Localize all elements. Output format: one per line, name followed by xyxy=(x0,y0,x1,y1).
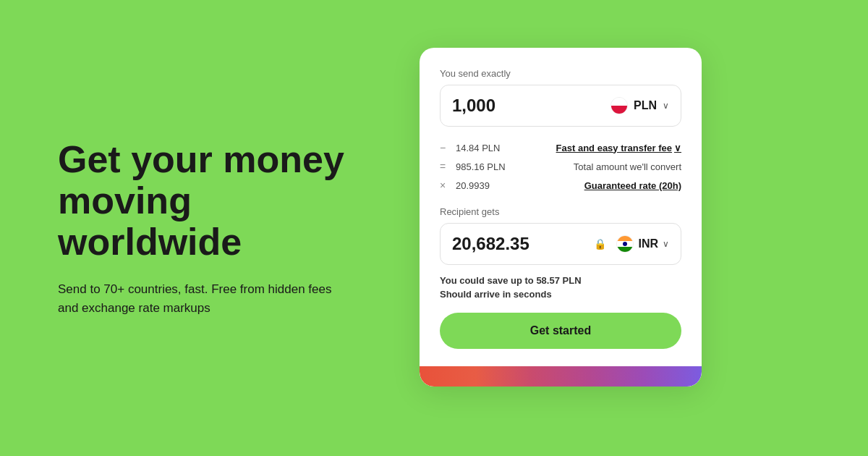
fee-label: Fast and easy transfer fee xyxy=(556,143,672,153)
arrive-text: Should arrive in seconds xyxy=(440,289,681,300)
heading-line1: Get your money moving xyxy=(58,138,344,221)
rate-row-right[interactable]: Guaranteed rate (20h) xyxy=(584,180,681,191)
rate-value: 20.9939 xyxy=(456,180,490,191)
save-amount: 58.57 PLN xyxy=(536,275,581,286)
send-amount-box[interactable]: 1,000 PLN ∨ xyxy=(440,85,681,127)
subtext: Send to 70+ countries, fast. Free from h… xyxy=(58,280,333,317)
recipient-currency-code: INR xyxy=(638,237,658,250)
recipient-label: Recipient gets xyxy=(440,206,681,217)
rate-label[interactable]: Guaranteed rate (20h) xyxy=(584,180,681,191)
convert-label: Total amount we'll convert xyxy=(574,161,681,172)
arrive-prefix: Should arrive xyxy=(440,289,503,300)
pln-flag-bottom xyxy=(611,106,627,114)
send-amount: 1,000 xyxy=(452,96,495,116)
send-currency-code: PLN xyxy=(634,99,657,112)
recipient-amount-box[interactable]: 20,682.35 🔒 INR ∨ xyxy=(440,223,681,265)
main-heading: Get your money moving worldwide xyxy=(58,139,362,263)
inr-flag-top xyxy=(617,236,633,241)
conversion-rows: − 14.84 PLN Fast and easy transfer fee ∨… xyxy=(440,138,681,195)
lock-icon: 🔒 xyxy=(594,238,606,250)
inr-flag xyxy=(616,235,634,253)
send-currency-chevron: ∨ xyxy=(663,101,669,111)
pln-flag xyxy=(610,97,628,114)
send-label: You send exactly xyxy=(440,68,681,79)
convert-amount: 985.16 PLN xyxy=(456,161,506,172)
transfer-card: You send exactly 1,000 PLN ∨ − 14.84 PLN xyxy=(420,48,702,387)
inr-flag-mid xyxy=(617,241,633,246)
arrive-time: in seconds xyxy=(503,289,552,300)
recipient-currency-area[interactable]: 🔒 INR ∨ xyxy=(594,235,669,253)
inr-flag-dot xyxy=(623,242,627,246)
send-currency-selector[interactable]: PLN ∨ xyxy=(610,97,669,114)
inr-flag-bottom xyxy=(617,247,633,252)
equals-symbol: = xyxy=(440,161,450,172)
left-section: Get your money moving worldwide Send to … xyxy=(0,139,420,318)
save-prefix: You could save up to xyxy=(440,275,536,286)
fee-symbol: − xyxy=(440,142,450,153)
right-section: You send exactly 1,000 PLN ∨ − 14.84 PLN xyxy=(420,48,745,408)
convert-row-right: Total amount we'll convert xyxy=(574,161,681,172)
rate-symbol: × xyxy=(440,180,450,191)
get-started-button[interactable]: Get started xyxy=(440,313,681,349)
fee-row: − 14.84 PLN Fast and easy transfer fee ∨ xyxy=(440,138,681,157)
fee-amount: 14.84 PLN xyxy=(456,143,500,153)
fee-chevron: ∨ xyxy=(674,143,681,153)
heading-line2: worldwide xyxy=(58,221,242,263)
convert-row-left: = 985.16 PLN xyxy=(440,161,506,172)
convert-row: = 985.16 PLN Total amount we'll convert xyxy=(440,157,681,176)
fee-row-right[interactable]: Fast and easy transfer fee ∨ xyxy=(556,143,681,153)
recipient-amount: 20,682.35 xyxy=(452,234,529,254)
save-text: You could save up to 58.57 PLN xyxy=(440,275,681,286)
fee-link[interactable]: Fast and easy transfer fee ∨ xyxy=(556,143,681,153)
pln-flag-top xyxy=(611,98,627,106)
rate-row-left: × 20.9939 xyxy=(440,180,490,191)
rate-row: × 20.9939 Guaranteed rate (20h) xyxy=(440,176,681,195)
recipient-currency-chevron: ∨ xyxy=(663,239,669,249)
fee-row-left: − 14.84 PLN xyxy=(440,142,500,153)
